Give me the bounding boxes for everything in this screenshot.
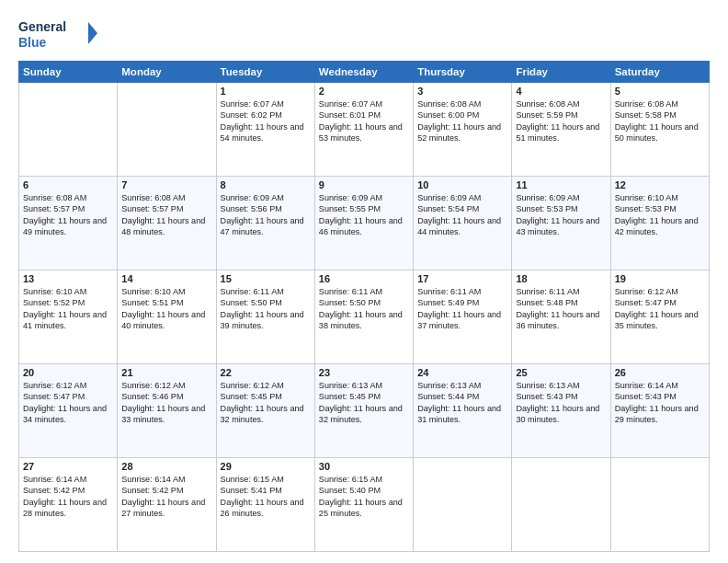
calendar-cell: 19Sunrise: 6:12 AM Sunset: 5:47 PM Dayli…: [610, 270, 709, 364]
day-number: 20: [23, 367, 113, 378]
week-row-3: 13Sunrise: 6:10 AM Sunset: 5:52 PM Dayli…: [19, 270, 710, 364]
day-info: Sunrise: 6:07 AM Sunset: 6:01 PM Dayligh…: [319, 98, 409, 144]
calendar-cell: 23Sunrise: 6:13 AM Sunset: 5:45 PM Dayli…: [314, 364, 413, 458]
week-row-5: 27Sunrise: 6:14 AM Sunset: 5:42 PM Dayli…: [19, 458, 710, 552]
svg-text:General: General: [18, 19, 66, 34]
calendar-cell: 30Sunrise: 6:15 AM Sunset: 5:40 PM Dayli…: [314, 458, 413, 552]
calendar-cell: 17Sunrise: 6:11 AM Sunset: 5:49 PM Dayli…: [414, 270, 512, 364]
day-info: Sunrise: 6:15 AM Sunset: 5:41 PM Dayligh…: [221, 474, 311, 519]
day-number: 9: [319, 179, 409, 190]
week-row-1: 1Sunrise: 6:07 AM Sunset: 6:02 PM Daylig…: [19, 83, 710, 177]
day-number: 22: [221, 367, 311, 378]
calendar-cell: 9Sunrise: 6:09 AM Sunset: 5:55 PM Daylig…: [314, 177, 413, 270]
header-cell-tuesday: Tuesday: [216, 62, 314, 83]
day-info: Sunrise: 6:13 AM Sunset: 5:45 PM Dayligh…: [319, 380, 409, 425]
header-cell-friday: Friday: [512, 62, 610, 83]
calendar-cell: 29Sunrise: 6:15 AM Sunset: 5:41 PM Dayli…: [216, 458, 314, 552]
calendar-cell: 13Sunrise: 6:10 AM Sunset: 5:52 PM Dayli…: [19, 270, 118, 364]
header-cell-saturday: Saturday: [610, 62, 709, 83]
calendar-cell: 18Sunrise: 6:11 AM Sunset: 5:48 PM Dayli…: [512, 270, 610, 364]
day-info: Sunrise: 6:12 AM Sunset: 5:47 PM Dayligh…: [615, 286, 705, 331]
day-info: Sunrise: 6:10 AM Sunset: 5:53 PM Dayligh…: [615, 192, 705, 237]
calendar-cell: 26Sunrise: 6:14 AM Sunset: 5:43 PM Dayli…: [610, 364, 709, 458]
day-info: Sunrise: 6:10 AM Sunset: 5:51 PM Dayligh…: [121, 286, 211, 331]
day-info: Sunrise: 6:11 AM Sunset: 5:48 PM Dayligh…: [516, 286, 606, 331]
calendar-cell: 2Sunrise: 6:07 AM Sunset: 6:01 PM Daylig…: [314, 83, 413, 177]
calendar-table: SundayMondayTuesdayWednesdayThursdayFrid…: [18, 61, 710, 552]
day-info: Sunrise: 6:14 AM Sunset: 5:43 PM Dayligh…: [615, 380, 705, 425]
day-number: 14: [121, 273, 211, 284]
calendar-cell: [512, 458, 610, 552]
day-number: 21: [121, 367, 211, 378]
day-number: 17: [417, 273, 507, 284]
day-number: 5: [615, 86, 705, 97]
day-number: 30: [319, 461, 409, 472]
day-number: 6: [23, 179, 113, 190]
day-info: Sunrise: 6:14 AM Sunset: 5:42 PM Dayligh…: [121, 474, 211, 519]
day-number: 2: [319, 86, 409, 97]
day-number: 8: [221, 179, 311, 190]
header-cell-monday: Monday: [118, 62, 216, 83]
day-info: Sunrise: 6:07 AM Sunset: 6:02 PM Dayligh…: [221, 98, 311, 144]
day-number: 18: [516, 273, 606, 284]
day-info: Sunrise: 6:08 AM Sunset: 5:57 PM Dayligh…: [121, 192, 211, 237]
day-info: Sunrise: 6:11 AM Sunset: 5:50 PM Dayligh…: [221, 286, 311, 331]
day-info: Sunrise: 6:09 AM Sunset: 5:56 PM Dayligh…: [221, 192, 311, 237]
calendar-cell: 28Sunrise: 6:14 AM Sunset: 5:42 PM Dayli…: [118, 458, 216, 552]
day-number: 15: [221, 273, 311, 284]
calendar-cell: [19, 83, 118, 177]
day-number: 1: [221, 86, 311, 97]
calendar-cell: [414, 458, 512, 552]
day-info: Sunrise: 6:09 AM Sunset: 5:55 PM Dayligh…: [319, 192, 409, 237]
day-info: Sunrise: 6:13 AM Sunset: 5:44 PM Dayligh…: [417, 380, 507, 425]
day-info: Sunrise: 6:08 AM Sunset: 5:58 PM Dayligh…: [615, 98, 705, 144]
day-number: 4: [516, 86, 606, 97]
day-number: 16: [319, 273, 409, 284]
header-row: SundayMondayTuesdayWednesdayThursdayFrid…: [19, 62, 710, 83]
calendar-cell: [118, 83, 216, 177]
day-info: Sunrise: 6:08 AM Sunset: 5:57 PM Dayligh…: [23, 192, 113, 237]
day-number: 11: [516, 179, 606, 190]
day-number: 28: [121, 461, 211, 472]
day-info: Sunrise: 6:12 AM Sunset: 5:47 PM Dayligh…: [23, 380, 113, 425]
calendar-cell: 21Sunrise: 6:12 AM Sunset: 5:46 PM Dayli…: [118, 364, 216, 458]
calendar-cell: 11Sunrise: 6:09 AM Sunset: 5:53 PM Dayli…: [512, 177, 610, 270]
day-number: 26: [615, 367, 705, 378]
day-info: Sunrise: 6:12 AM Sunset: 5:45 PM Dayligh…: [221, 380, 311, 425]
svg-marker-2: [88, 22, 97, 44]
day-number: 24: [417, 367, 507, 378]
svg-text:Blue: Blue: [18, 35, 47, 50]
logo: General Blue: [18, 17, 101, 53]
day-number: 12: [615, 179, 705, 190]
calendar-cell: 3Sunrise: 6:08 AM Sunset: 6:00 PM Daylig…: [414, 83, 512, 177]
calendar-cell: 4Sunrise: 6:08 AM Sunset: 5:59 PM Daylig…: [512, 83, 610, 177]
day-info: Sunrise: 6:08 AM Sunset: 5:59 PM Dayligh…: [516, 98, 606, 144]
header-cell-thursday: Thursday: [414, 62, 512, 83]
day-number: 23: [319, 367, 409, 378]
day-info: Sunrise: 6:10 AM Sunset: 5:52 PM Dayligh…: [23, 286, 113, 331]
day-info: Sunrise: 6:15 AM Sunset: 5:40 PM Dayligh…: [319, 474, 409, 519]
day-info: Sunrise: 6:09 AM Sunset: 5:53 PM Dayligh…: [516, 192, 606, 237]
day-number: 7: [121, 179, 211, 190]
calendar-cell: 25Sunrise: 6:13 AM Sunset: 5:43 PM Dayli…: [512, 364, 610, 458]
day-number: 10: [417, 179, 507, 190]
day-number: 29: [221, 461, 311, 472]
calendar-cell: 8Sunrise: 6:09 AM Sunset: 5:56 PM Daylig…: [216, 177, 314, 270]
week-row-2: 6Sunrise: 6:08 AM Sunset: 5:57 PM Daylig…: [19, 177, 710, 270]
day-number: 25: [516, 367, 606, 378]
calendar-cell: 15Sunrise: 6:11 AM Sunset: 5:50 PM Dayli…: [216, 270, 314, 364]
calendar-cell: 27Sunrise: 6:14 AM Sunset: 5:42 PM Dayli…: [19, 458, 118, 552]
calendar-cell: 7Sunrise: 6:08 AM Sunset: 5:57 PM Daylig…: [118, 177, 216, 270]
header-cell-sunday: Sunday: [19, 62, 118, 83]
calendar-cell: 22Sunrise: 6:12 AM Sunset: 5:45 PM Dayli…: [216, 364, 314, 458]
day-info: Sunrise: 6:12 AM Sunset: 5:46 PM Dayligh…: [121, 380, 211, 425]
day-info: Sunrise: 6:14 AM Sunset: 5:42 PM Dayligh…: [23, 474, 113, 519]
day-info: Sunrise: 6:13 AM Sunset: 5:43 PM Dayligh…: [516, 380, 606, 425]
header-cell-wednesday: Wednesday: [314, 62, 413, 83]
calendar-cell: 10Sunrise: 6:09 AM Sunset: 5:54 PM Dayli…: [414, 177, 512, 270]
page: General Blue SundayMondayTuesdayWednesda…: [0, 0, 728, 563]
calendar-cell: [610, 458, 709, 552]
calendar-cell: 5Sunrise: 6:08 AM Sunset: 5:58 PM Daylig…: [610, 83, 709, 177]
week-row-4: 20Sunrise: 6:12 AM Sunset: 5:47 PM Dayli…: [19, 364, 710, 458]
header: General Blue: [18, 17, 710, 53]
